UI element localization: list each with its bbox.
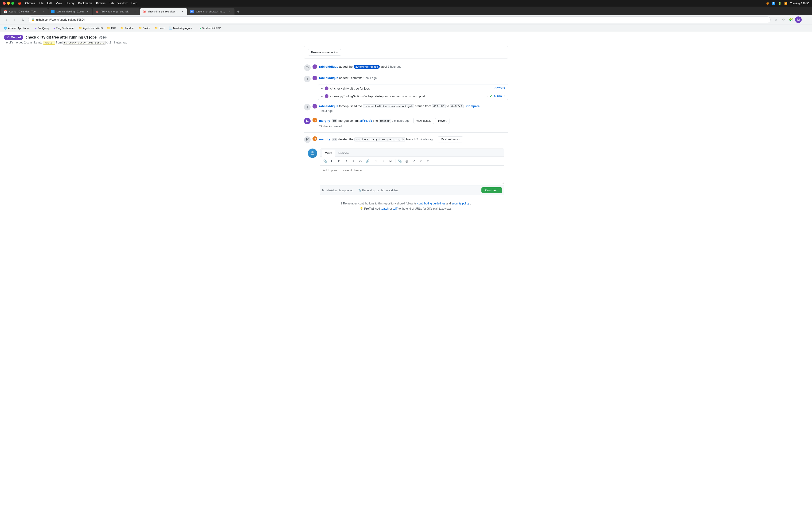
bookmark-mastering[interactable]: 📄 Mastering Agoric:... xyxy=(167,25,197,31)
tab-zoom[interactable]: Z Launch Meeting - Zoom × xyxy=(48,8,92,15)
apple-menu[interactable]: 🍎 xyxy=(18,2,21,5)
cast-button[interactable]: ⎚ xyxy=(772,16,779,23)
minimize-window-button[interactable] xyxy=(7,2,10,5)
address-bar[interactable]: 🔒 github.com/Agoric/agoric-sdk/pull/9804 xyxy=(28,16,771,23)
tab-close-button[interactable]: × xyxy=(181,10,184,13)
contributing-link[interactable]: contributing guidelines xyxy=(417,202,445,205)
bookmark-label: SubQuery xyxy=(37,27,49,30)
commit-avatar-1 xyxy=(325,87,328,90)
link-button[interactable]: 🔗 xyxy=(364,158,370,164)
view-details-button[interactable]: View details xyxy=(413,118,434,124)
security-link[interactable]: security policy xyxy=(451,202,469,205)
commit-extra[interactable]: ··· xyxy=(486,95,488,97)
tab-close-button[interactable]: × xyxy=(228,10,232,13)
bookmark-ping[interactable]: ● Ping Dashboard xyxy=(51,25,76,31)
commit-link[interactable]: af5e7ab xyxy=(360,119,372,122)
tab-close-button[interactable]: × xyxy=(86,10,89,13)
close-window-button[interactable] xyxy=(3,2,6,5)
tab-screenshot[interactable]: G screenshot shortcut mac - G... × xyxy=(187,8,234,15)
attach-file-button[interactable]: 📎 xyxy=(397,158,403,164)
bookmarks-bar: 🌐 Access: App Laun... ● SubQuery ● Ping … xyxy=(0,25,812,32)
tab-close-button[interactable]: × xyxy=(133,10,137,13)
compare-link[interactable]: Compare xyxy=(466,104,479,108)
bookmark-e2e[interactable]: 📁 E2E xyxy=(105,25,118,31)
reload-button[interactable]: ↻ xyxy=(20,16,26,23)
new-tab-button[interactable]: + xyxy=(235,9,242,15)
copy-icon[interactable]: ⧉ xyxy=(106,41,109,44)
profile-button[interactable]: M xyxy=(795,16,802,23)
bookmark-basics[interactable]: 📁 Basics xyxy=(137,25,152,31)
unordered-list-button[interactable]: • xyxy=(381,158,387,164)
bookmark-agoric[interactable]: 📁 Agoric and Web3 xyxy=(77,25,105,31)
user-link-mergify2[interactable]: mergify xyxy=(319,137,330,141)
label-icon xyxy=(304,64,311,71)
forward-button[interactable]: › xyxy=(11,16,18,23)
commit-avatar-2 xyxy=(325,94,328,98)
undo-button[interactable]: ↶ xyxy=(418,158,424,164)
maximize-window-button[interactable] xyxy=(11,2,14,5)
restore-branch-button[interactable]: Restore branch xyxy=(438,136,463,142)
commit-hash-2[interactable]: 6c0f6cf xyxy=(494,95,505,98)
preview-tab[interactable]: Preview xyxy=(335,150,352,156)
user-avatar-rabi xyxy=(312,64,317,69)
back-button[interactable]: ‹ xyxy=(3,16,10,23)
bookmark-label: Tendermint RPC xyxy=(202,27,221,30)
folder-icon: 📁 xyxy=(79,27,82,30)
attach-button[interactable]: 📎 xyxy=(322,158,328,164)
head-branch-link[interactable]: rs-check-dirty-tree-pos... xyxy=(62,41,106,44)
ordered-list-button[interactable]: 1. xyxy=(373,158,380,164)
bookmark-tendermint[interactable]: ● Tendermint RPC xyxy=(198,25,223,31)
help-menu[interactable]: Help xyxy=(131,2,137,5)
view-menu[interactable]: View xyxy=(56,2,62,5)
bookmark-subquery[interactable]: ● SubQuery xyxy=(33,25,51,31)
base-branch-link[interactable]: master xyxy=(43,41,55,44)
menu-button[interactable]: ⋮ xyxy=(802,16,809,23)
user-link-rabi2[interactable]: rabi-siddique xyxy=(319,76,338,80)
diff-link[interactable]: .diff xyxy=(393,207,398,210)
window-controls[interactable] xyxy=(3,2,14,5)
lock-icon: 🔒 xyxy=(31,18,35,21)
tab-ability-merge[interactable]: 🐙 Ability to merge "dev release... × xyxy=(93,8,140,15)
tab-check-dirty[interactable]: 🐙 check dirty git tree after run... × xyxy=(140,8,187,15)
code-button[interactable]: <> xyxy=(357,158,364,164)
mention-button[interactable]: @ xyxy=(404,158,410,164)
commit-row-1: ● ci: check dirty git tree for jobs fd78… xyxy=(318,84,508,92)
tab-menu[interactable]: Tab xyxy=(109,2,114,5)
commit-row-2: ● ci: use pyTooling/Actions/with-post-st… xyxy=(318,92,508,100)
markdown-help-button[interactable]: ⊡ xyxy=(425,158,431,164)
user-link-rabi[interactable]: rabi-siddique xyxy=(319,65,338,69)
bookmark-later[interactable]: 📁 Later xyxy=(153,25,167,31)
reference-button[interactable]: ↗ xyxy=(411,158,417,164)
write-tab[interactable]: Write xyxy=(322,150,335,156)
chrome-menu[interactable]: Chrome xyxy=(25,2,35,5)
bookmark-button[interactable]: ☆ xyxy=(780,16,787,23)
user-link-rabi3[interactable]: rabi-siddique xyxy=(319,104,338,108)
merge-icon: ⎇ xyxy=(6,36,10,39)
task-list-button[interactable]: ☑ xyxy=(388,158,394,164)
resolve-conversation-button[interactable]: Resolve conversation xyxy=(308,49,341,56)
extensions-button[interactable]: 🧩 xyxy=(787,16,794,23)
bookmark-access[interactable]: 🌐 Access: App Laun... xyxy=(2,25,33,31)
tab-calendar[interactable]: 📅 Agoric - Calendar - Tuesday,... × xyxy=(1,8,48,15)
list-button[interactable]: ≡ xyxy=(350,158,356,164)
tab-close-button[interactable]: × xyxy=(41,10,45,13)
comment-input[interactable] xyxy=(320,166,504,184)
profiles-menu[interactable]: Profiles xyxy=(96,2,106,5)
edit-menu[interactable]: Edit xyxy=(47,2,52,5)
heading-button[interactable]: H xyxy=(329,158,335,164)
patch-link[interactable]: .patch xyxy=(381,207,388,210)
file-menu[interactable]: File xyxy=(39,2,44,5)
commit-hash-1[interactable]: fd78345 xyxy=(494,87,505,90)
bookmarks-menu[interactable]: Bookmarks xyxy=(78,2,92,5)
bold-button[interactable]: B xyxy=(336,158,342,164)
italic-button[interactable]: I xyxy=(343,158,349,164)
merge-activity-text: mergify bot merged commit af5e7ab into m… xyxy=(319,118,508,129)
revert-button[interactable]: Revert xyxy=(435,118,449,124)
bookmark-random[interactable]: 📁 Random xyxy=(119,25,136,31)
window-menu[interactable]: Window xyxy=(118,2,127,5)
history-menu[interactable]: History xyxy=(66,2,75,5)
from-text: from xyxy=(56,41,62,44)
comment-submit-button[interactable]: Comment xyxy=(481,187,502,193)
bookmark-icon: ● xyxy=(35,27,37,30)
user-link-mergify[interactable]: mergify xyxy=(319,119,330,122)
